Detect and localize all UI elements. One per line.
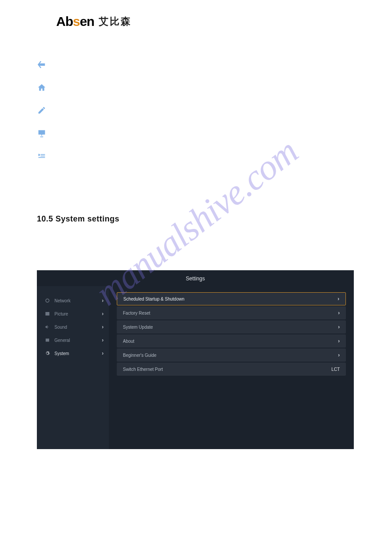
row-beginners-guide[interactable]: Beginner's Guide › xyxy=(117,348,346,362)
chevron-right-icon: › xyxy=(102,297,104,304)
settings-sidebar: Network › Picture › Sound › xyxy=(37,286,109,449)
settings-body: Network › Picture › Sound › xyxy=(37,286,354,449)
chevron-right-icon: › xyxy=(338,352,340,358)
settings-title: Settings xyxy=(37,270,354,286)
settings-main: Scheduled Startup & Shutdown › Factory R… xyxy=(109,286,354,449)
back-icon[interactable] xyxy=(37,60,47,69)
sidebar-item-system[interactable]: System › xyxy=(37,347,109,360)
chevron-right-icon: › xyxy=(338,338,340,344)
row-label: Switch Ethernet Port xyxy=(123,367,331,372)
section-heading: 10.5 System settings xyxy=(37,214,119,224)
chevron-right-icon: › xyxy=(338,324,340,330)
sidebar-item-label: Picture xyxy=(54,312,102,316)
sidebar-item-general[interactable]: General › xyxy=(37,334,109,347)
picture-icon xyxy=(45,311,50,316)
brand-cn: 艾比森 xyxy=(99,15,132,28)
row-label: Factory Reset xyxy=(123,311,338,316)
sidebar-item-picture[interactable]: Picture › xyxy=(37,307,109,320)
row-value: LCT xyxy=(331,367,340,372)
edit-icon[interactable] xyxy=(37,105,47,115)
brand-logo: Absen 艾比森 xyxy=(56,14,132,29)
row-label: About xyxy=(123,339,338,344)
row-label: Beginner's Guide xyxy=(123,353,338,358)
chevron-right-icon: › xyxy=(102,324,104,330)
chevron-right-icon: › xyxy=(102,337,104,343)
settings-panel: Settings Network › Picture › xyxy=(37,270,354,449)
row-switch-ethernet-port[interactable]: Switch Ethernet Port LCT xyxy=(117,363,346,376)
chevron-right-icon: › xyxy=(338,310,340,316)
brand-post: en xyxy=(80,14,94,29)
row-label: System Update xyxy=(123,325,338,330)
side-toolbar xyxy=(37,60,47,161)
general-icon xyxy=(45,337,50,343)
row-factory-reset[interactable]: Factory Reset › xyxy=(117,306,346,319)
chevron-right-icon: › xyxy=(102,350,104,356)
presentation-icon[interactable] xyxy=(37,128,47,138)
sidebar-item-label: General xyxy=(54,338,102,343)
brand-mid: s xyxy=(73,14,80,29)
sidebar-item-label: Sound xyxy=(54,325,102,330)
row-system-update[interactable]: System Update › xyxy=(117,320,346,334)
sound-icon xyxy=(45,324,50,330)
menu-collapse-icon[interactable] xyxy=(37,151,47,161)
sidebar-item-label: Network xyxy=(54,298,102,303)
row-scheduled-startup-shutdown[interactable]: Scheduled Startup & Shutdown › xyxy=(117,292,346,305)
home-icon[interactable] xyxy=(37,83,47,92)
sidebar-item-network[interactable]: Network › xyxy=(37,294,109,307)
sidebar-item-label: System xyxy=(54,351,102,356)
chevron-right-icon: › xyxy=(338,296,339,302)
brand-pre: Ab xyxy=(56,14,73,29)
chevron-right-icon: › xyxy=(102,311,104,317)
sidebar-item-sound[interactable]: Sound › xyxy=(37,320,109,334)
network-icon xyxy=(45,298,50,303)
row-about[interactable]: About › xyxy=(117,334,346,348)
system-icon xyxy=(45,351,50,356)
row-label: Scheduled Startup & Shutdown xyxy=(123,297,338,301)
brand-wordmark: Absen xyxy=(56,14,94,29)
